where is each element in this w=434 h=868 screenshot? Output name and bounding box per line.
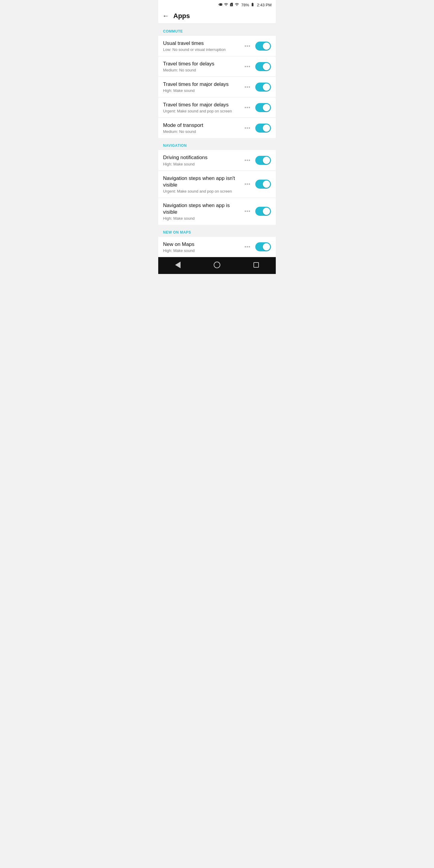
more-options-icon[interactable]: ••• bbox=[242, 42, 253, 50]
item-subtitle: High: Make sound bbox=[163, 216, 240, 221]
item-subtitle: High: Make sound bbox=[163, 162, 240, 166]
item-subtitle: Urgent: Make sound and pop on screen bbox=[163, 189, 240, 193]
toggle-usual-travel-times[interactable] bbox=[255, 41, 271, 51]
bottom-nav bbox=[158, 257, 276, 274]
signal-icon bbox=[235, 2, 239, 7]
battery-icon bbox=[250, 2, 255, 7]
list-item-travel-times-major-delays-high: Travel times for major delaysHigh: Make … bbox=[158, 77, 276, 97]
more-options-icon[interactable]: ••• bbox=[242, 156, 253, 164]
header: ← Apps bbox=[158, 8, 276, 24]
item-subtitle: Medium: No sound bbox=[163, 129, 240, 134]
list-item-driving-notifications: Driving notificationsHigh: Make sound••• bbox=[158, 150, 276, 170]
item-text-group: Navigation steps when app isn't visibleU… bbox=[163, 175, 240, 193]
item-title: Travel times for major delays bbox=[163, 101, 240, 108]
toggle-driving-notifications[interactable] bbox=[255, 156, 271, 165]
item-text-group: Travel times for delaysMedium: No sound bbox=[163, 61, 240, 72]
item-text-group: Navigation steps when app is visibleHigh… bbox=[163, 202, 240, 221]
wifi-icon bbox=[224, 2, 228, 7]
item-title: New on Maps bbox=[163, 241, 240, 248]
list-item-nav-steps-not-visible: Navigation steps when app isn't visibleU… bbox=[158, 171, 276, 198]
item-subtitle: Low: No sound or visual interruption bbox=[163, 47, 240, 52]
item-text-group: Usual travel timesLow: No sound or visua… bbox=[163, 40, 240, 52]
more-options-icon[interactable]: ••• bbox=[242, 83, 253, 91]
more-options-icon[interactable]: ••• bbox=[242, 180, 253, 188]
item-title: Navigation steps when app isn't visible bbox=[163, 175, 240, 188]
time-display: 2:43 PM bbox=[257, 3, 272, 7]
section-list-navigation: Driving notificationsHigh: Make sound•••… bbox=[158, 150, 276, 224]
item-text-group: Driving notificationsHigh: Make sound bbox=[163, 154, 240, 166]
vibrate-icon bbox=[218, 2, 223, 7]
battery-percent: 78% bbox=[241, 3, 249, 7]
more-options-icon[interactable]: ••• bbox=[242, 63, 253, 70]
no-sim-icon bbox=[229, 2, 234, 7]
more-options-icon[interactable]: ••• bbox=[242, 243, 253, 251]
status-bar: 78% 2:43 PM bbox=[158, 0, 276, 8]
item-text-group: New on MapsHigh: Make sound bbox=[163, 241, 240, 253]
list-item-usual-travel-times: Usual travel timesLow: No sound or visua… bbox=[158, 36, 276, 56]
page-title: Apps bbox=[173, 12, 190, 20]
home-nav-icon bbox=[214, 261, 220, 268]
list-item-nav-steps-visible: Navigation steps when app is visibleHigh… bbox=[158, 198, 276, 225]
list-item-travel-times-delays: Travel times for delaysMedium: No sound•… bbox=[158, 56, 276, 77]
item-title: Driving notifications bbox=[163, 154, 240, 161]
item-title: Travel times for major delays bbox=[163, 81, 240, 88]
section-list-commute: Usual travel timesLow: No sound or visua… bbox=[158, 36, 276, 138]
toggle-new-on-maps-item[interactable] bbox=[255, 242, 271, 251]
toggle-travel-times-major-delays-high[interactable] bbox=[255, 83, 271, 92]
list-item-travel-times-major-delays-urgent: Travel times for major delaysUrgent: Mak… bbox=[158, 97, 276, 118]
item-subtitle: Medium: No sound bbox=[163, 68, 240, 72]
toggle-travel-times-major-delays-urgent[interactable] bbox=[255, 103, 271, 112]
more-options-icon[interactable]: ••• bbox=[242, 207, 253, 215]
section-header-navigation: NAVIGATION bbox=[158, 138, 276, 150]
toggle-travel-times-delays[interactable] bbox=[255, 62, 271, 71]
item-text-group: Travel times for major delaysHigh: Make … bbox=[163, 81, 240, 93]
toggle-nav-steps-not-visible[interactable] bbox=[255, 180, 271, 189]
back-nav-icon bbox=[175, 261, 181, 268]
toggle-nav-steps-visible[interactable] bbox=[255, 207, 271, 216]
more-options-icon[interactable]: ••• bbox=[242, 124, 253, 132]
section-header-commute: COMMUTE bbox=[158, 24, 276, 36]
section-list-new-on-maps: New on MapsHigh: Make sound••• bbox=[158, 237, 276, 257]
recent-nav-button[interactable] bbox=[247, 259, 265, 270]
item-text-group: Mode of transportMedium: No sound bbox=[163, 122, 240, 134]
home-nav-button[interactable] bbox=[208, 259, 226, 270]
toggle-mode-of-transport[interactable] bbox=[255, 124, 271, 133]
back-nav-button[interactable] bbox=[169, 259, 187, 270]
item-title: Usual travel times bbox=[163, 40, 240, 47]
item-subtitle: Urgent: Make sound and pop on screen bbox=[163, 109, 240, 113]
back-button[interactable]: ← bbox=[161, 11, 170, 21]
item-subtitle: High: Make sound bbox=[163, 248, 240, 253]
item-title: Mode of transport bbox=[163, 122, 240, 129]
recent-nav-icon bbox=[253, 262, 259, 268]
list-item-mode-of-transport: Mode of transportMedium: No sound••• bbox=[158, 118, 276, 138]
content-area: COMMUTEUsual travel timesLow: No sound o… bbox=[158, 24, 276, 257]
item-title: Navigation steps when app is visible bbox=[163, 202, 240, 216]
section-header-new-on-maps: NEW ON MAPS bbox=[158, 225, 276, 237]
more-options-icon[interactable]: ••• bbox=[242, 104, 253, 112]
item-subtitle: High: Make sound bbox=[163, 88, 240, 93]
item-text-group: Travel times for major delaysUrgent: Mak… bbox=[163, 101, 240, 113]
item-title: Travel times for delays bbox=[163, 61, 240, 67]
list-item-new-on-maps-item: New on MapsHigh: Make sound••• bbox=[158, 237, 276, 257]
